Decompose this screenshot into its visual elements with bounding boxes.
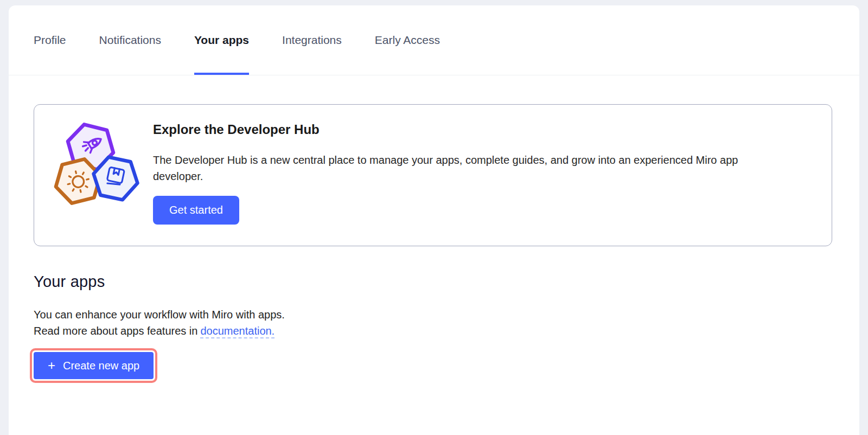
create-new-app-label: Create new app bbox=[63, 360, 139, 372]
settings-tabbar: Profile Notifications Your apps Integrat… bbox=[9, 5, 859, 75]
documentation-link[interactable]: documentation. bbox=[200, 325, 275, 338]
tab-notifications[interactable]: Notifications bbox=[99, 5, 161, 75]
your-apps-section: Your apps You can enhance your workflow … bbox=[34, 273, 859, 383]
get-started-button[interactable]: Get started bbox=[153, 196, 239, 225]
plus-icon: + bbox=[48, 359, 55, 372]
your-apps-heading: Your apps bbox=[34, 273, 859, 291]
create-new-app-button[interactable]: + Create new app bbox=[34, 352, 154, 379]
settings-panel: Profile Notifications Your apps Integrat… bbox=[9, 5, 859, 435]
developer-hub-card: Explore the Developer Hub The Developer … bbox=[34, 104, 832, 246]
tab-your-apps[interactable]: Your apps bbox=[194, 5, 249, 75]
developer-hub-content: Explore the Developer Hub The Developer … bbox=[153, 121, 810, 229]
annotation-highlight-box: + Create new app bbox=[30, 348, 157, 383]
tab-profile[interactable]: Profile bbox=[34, 5, 66, 75]
developer-hub-title: Explore the Developer Hub bbox=[153, 122, 810, 137]
developer-hub-illustration bbox=[53, 121, 153, 229]
book-hexagon-icon bbox=[86, 149, 145, 208]
developer-hub-description: The Developer Hub is a new central place… bbox=[153, 152, 788, 184]
tab-integrations[interactable]: Integrations bbox=[282, 5, 342, 75]
intro-line-2: Read more about apps features in bbox=[34, 325, 197, 337]
intro-line-1: You can enhance your workflow with Miro … bbox=[34, 309, 285, 321]
your-apps-intro: You can enhance your workflow with Miro … bbox=[34, 307, 859, 339]
tab-early-access[interactable]: Early Access bbox=[375, 5, 440, 75]
